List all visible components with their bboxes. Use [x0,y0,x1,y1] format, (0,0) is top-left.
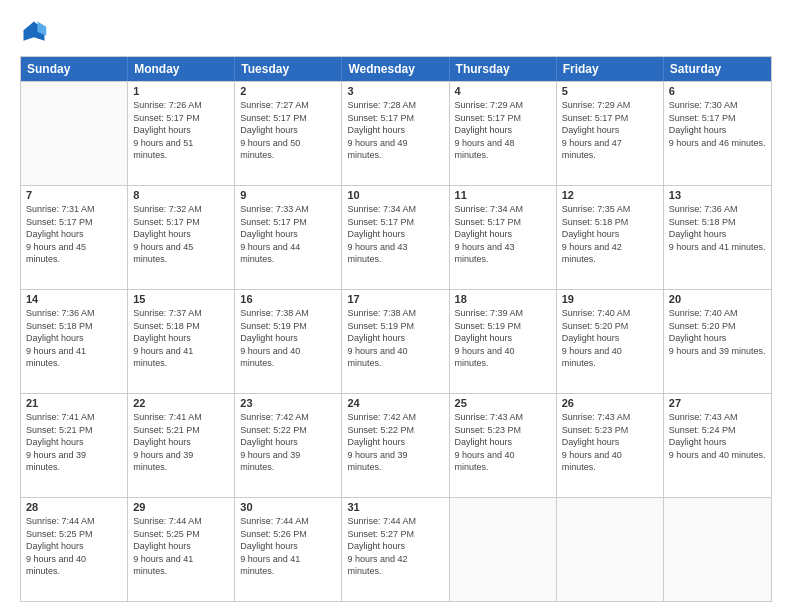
cell-info: Sunrise: 7:44 AMSunset: 5:25 PMDaylight … [26,515,122,578]
day-number: 25 [455,397,551,409]
cell-info: Sunrise: 7:33 AMSunset: 5:17 PMDaylight … [240,203,336,266]
logo-icon [20,18,48,46]
day-number: 28 [26,501,122,513]
day-number: 31 [347,501,443,513]
calendar-row-5: 28Sunrise: 7:44 AMSunset: 5:25 PMDayligh… [21,497,771,601]
calendar-cell-22: 22Sunrise: 7:41 AMSunset: 5:21 PMDayligh… [128,394,235,497]
day-number: 15 [133,293,229,305]
cell-info: Sunrise: 7:30 AMSunset: 5:17 PMDaylight … [669,99,766,149]
cell-info: Sunrise: 7:28 AMSunset: 5:17 PMDaylight … [347,99,443,162]
calendar-cell-empty [664,498,771,601]
calendar-cell-7: 7Sunrise: 7:31 AMSunset: 5:17 PMDaylight… [21,186,128,289]
day-number: 24 [347,397,443,409]
cell-info: Sunrise: 7:32 AMSunset: 5:17 PMDaylight … [133,203,229,266]
calendar-body: 1Sunrise: 7:26 AMSunset: 5:17 PMDaylight… [21,81,771,601]
cell-info: Sunrise: 7:42 AMSunset: 5:22 PMDaylight … [240,411,336,474]
cell-info: Sunrise: 7:44 AMSunset: 5:26 PMDaylight … [240,515,336,578]
calendar-cell-empty [557,498,664,601]
logo [20,18,52,46]
day-number: 6 [669,85,766,97]
day-number: 19 [562,293,658,305]
calendar-cell-17: 17Sunrise: 7:38 AMSunset: 5:19 PMDayligh… [342,290,449,393]
day-number: 30 [240,501,336,513]
cell-info: Sunrise: 7:26 AMSunset: 5:17 PMDaylight … [133,99,229,162]
calendar-cell-23: 23Sunrise: 7:42 AMSunset: 5:22 PMDayligh… [235,394,342,497]
cell-info: Sunrise: 7:37 AMSunset: 5:18 PMDaylight … [133,307,229,370]
day-number: 17 [347,293,443,305]
cell-info: Sunrise: 7:43 AMSunset: 5:23 PMDaylight … [455,411,551,474]
calendar-cell-15: 15Sunrise: 7:37 AMSunset: 5:18 PMDayligh… [128,290,235,393]
day-number: 27 [669,397,766,409]
calendar-cell-13: 13Sunrise: 7:36 AMSunset: 5:18 PMDayligh… [664,186,771,289]
day-number: 26 [562,397,658,409]
cell-info: Sunrise: 7:43 AMSunset: 5:23 PMDaylight … [562,411,658,474]
day-number: 4 [455,85,551,97]
cell-info: Sunrise: 7:36 AMSunset: 5:18 PMDaylight … [26,307,122,370]
cell-info: Sunrise: 7:29 AMSunset: 5:17 PMDaylight … [562,99,658,162]
day-number: 13 [669,189,766,201]
header-day-sunday: Sunday [21,57,128,81]
cell-info: Sunrise: 7:34 AMSunset: 5:17 PMDaylight … [347,203,443,266]
header-day-monday: Monday [128,57,235,81]
calendar-cell-2: 2Sunrise: 7:27 AMSunset: 5:17 PMDaylight… [235,82,342,185]
calendar-cell-1: 1Sunrise: 7:26 AMSunset: 5:17 PMDaylight… [128,82,235,185]
cell-info: Sunrise: 7:34 AMSunset: 5:17 PMDaylight … [455,203,551,266]
day-number: 7 [26,189,122,201]
calendar-cell-21: 21Sunrise: 7:41 AMSunset: 5:21 PMDayligh… [21,394,128,497]
cell-info: Sunrise: 7:40 AMSunset: 5:20 PMDaylight … [669,307,766,357]
day-number: 11 [455,189,551,201]
calendar: SundayMondayTuesdayWednesdayThursdayFrid… [20,56,772,602]
calendar-cell-5: 5Sunrise: 7:29 AMSunset: 5:17 PMDaylight… [557,82,664,185]
day-number: 1 [133,85,229,97]
calendar-cell-19: 19Sunrise: 7:40 AMSunset: 5:20 PMDayligh… [557,290,664,393]
day-number: 23 [240,397,336,409]
cell-info: Sunrise: 7:44 AMSunset: 5:27 PMDaylight … [347,515,443,578]
cell-info: Sunrise: 7:38 AMSunset: 5:19 PMDaylight … [347,307,443,370]
calendar-cell-6: 6Sunrise: 7:30 AMSunset: 5:17 PMDaylight… [664,82,771,185]
day-number: 20 [669,293,766,305]
day-number: 12 [562,189,658,201]
header [20,18,772,46]
calendar-cell-29: 29Sunrise: 7:44 AMSunset: 5:25 PMDayligh… [128,498,235,601]
calendar-cell-empty [21,82,128,185]
day-number: 10 [347,189,443,201]
day-number: 21 [26,397,122,409]
header-day-friday: Friday [557,57,664,81]
header-day-tuesday: Tuesday [235,57,342,81]
day-number: 3 [347,85,443,97]
day-number: 9 [240,189,336,201]
day-number: 14 [26,293,122,305]
calendar-cell-8: 8Sunrise: 7:32 AMSunset: 5:17 PMDaylight… [128,186,235,289]
day-number: 18 [455,293,551,305]
calendar-cell-31: 31Sunrise: 7:44 AMSunset: 5:27 PMDayligh… [342,498,449,601]
cell-info: Sunrise: 7:27 AMSunset: 5:17 PMDaylight … [240,99,336,162]
calendar-row-1: 1Sunrise: 7:26 AMSunset: 5:17 PMDaylight… [21,81,771,185]
calendar-cell-16: 16Sunrise: 7:38 AMSunset: 5:19 PMDayligh… [235,290,342,393]
calendar-cell-18: 18Sunrise: 7:39 AMSunset: 5:19 PMDayligh… [450,290,557,393]
calendar-cell-25: 25Sunrise: 7:43 AMSunset: 5:23 PMDayligh… [450,394,557,497]
page: SundayMondayTuesdayWednesdayThursdayFrid… [0,0,792,612]
calendar-cell-26: 26Sunrise: 7:43 AMSunset: 5:23 PMDayligh… [557,394,664,497]
calendar-cell-20: 20Sunrise: 7:40 AMSunset: 5:20 PMDayligh… [664,290,771,393]
cell-info: Sunrise: 7:38 AMSunset: 5:19 PMDaylight … [240,307,336,370]
day-number: 16 [240,293,336,305]
calendar-cell-3: 3Sunrise: 7:28 AMSunset: 5:17 PMDaylight… [342,82,449,185]
cell-info: Sunrise: 7:31 AMSunset: 5:17 PMDaylight … [26,203,122,266]
calendar-row-3: 14Sunrise: 7:36 AMSunset: 5:18 PMDayligh… [21,289,771,393]
calendar-cell-4: 4Sunrise: 7:29 AMSunset: 5:17 PMDaylight… [450,82,557,185]
calendar-cell-30: 30Sunrise: 7:44 AMSunset: 5:26 PMDayligh… [235,498,342,601]
cell-info: Sunrise: 7:29 AMSunset: 5:17 PMDaylight … [455,99,551,162]
day-number: 5 [562,85,658,97]
cell-info: Sunrise: 7:44 AMSunset: 5:25 PMDaylight … [133,515,229,578]
day-number: 22 [133,397,229,409]
day-number: 2 [240,85,336,97]
calendar-cell-14: 14Sunrise: 7:36 AMSunset: 5:18 PMDayligh… [21,290,128,393]
calendar-cell-28: 28Sunrise: 7:44 AMSunset: 5:25 PMDayligh… [21,498,128,601]
header-day-wednesday: Wednesday [342,57,449,81]
cell-info: Sunrise: 7:41 AMSunset: 5:21 PMDaylight … [133,411,229,474]
cell-info: Sunrise: 7:42 AMSunset: 5:22 PMDaylight … [347,411,443,474]
cell-info: Sunrise: 7:43 AMSunset: 5:24 PMDaylight … [669,411,766,461]
cell-info: Sunrise: 7:35 AMSunset: 5:18 PMDaylight … [562,203,658,266]
calendar-cell-11: 11Sunrise: 7:34 AMSunset: 5:17 PMDayligh… [450,186,557,289]
calendar-cell-12: 12Sunrise: 7:35 AMSunset: 5:18 PMDayligh… [557,186,664,289]
